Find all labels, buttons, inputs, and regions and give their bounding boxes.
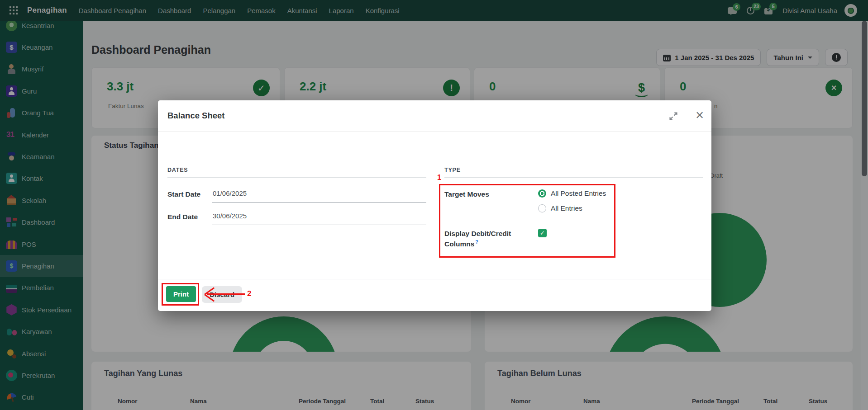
print-button[interactable]: Print (166, 286, 196, 302)
start-date-label: Start Date (167, 189, 212, 199)
radio-all-entries[interactable]: All Entries (538, 204, 606, 212)
dialog-title: Balance Sheet (167, 111, 224, 121)
display-debit-credit-label: Display Debit/Credit Columns? (444, 229, 538, 249)
type-column: TYPE Target Moves All Posted Entries All… (444, 132, 703, 249)
type-section-header: TYPE (444, 167, 703, 178)
end-date-row: End Date (167, 212, 426, 225)
radio-unselected-icon[interactable] (538, 204, 546, 212)
dialog-header: Balance Sheet × (158, 100, 711, 132)
target-moves-row: Target Moves All Posted Entries All Entr… (444, 189, 703, 212)
end-date-input[interactable] (212, 212, 426, 225)
radio-selected-icon[interactable] (538, 189, 546, 198)
start-date-input[interactable] (212, 189, 426, 203)
dates-section-header: DATES (167, 167, 426, 178)
target-moves-label: Target Moves (444, 189, 538, 199)
balance-sheet-dialog: Balance Sheet × DATES Start Date End Dat… (158, 100, 711, 311)
app-window: Penagihan Dashboard Penagihan Dashboard … (0, 0, 868, 410)
close-icon[interactable]: × (696, 105, 704, 125)
display-debit-credit-row: Display Debit/Credit Columns? ✓ (444, 229, 703, 249)
dates-column: DATES Start Date End Date (167, 132, 426, 225)
end-date-label: End Date (167, 212, 212, 222)
dialog-footer: Print Discard (158, 279, 711, 311)
radio-all-posted-entries[interactable]: All Posted Entries (538, 189, 606, 198)
debit-credit-checkbox[interactable]: ✓ (538, 229, 547, 237)
expand-icon[interactable] (669, 112, 678, 123)
help-icon[interactable]: ? (475, 239, 478, 245)
start-date-row: Start Date (167, 189, 426, 203)
target-moves-options: All Posted Entries All Entries (538, 189, 606, 212)
dialog-body: DATES Start Date End Date TYPE Target Mo… (158, 132, 711, 279)
discard-button[interactable]: Discard (202, 286, 242, 303)
